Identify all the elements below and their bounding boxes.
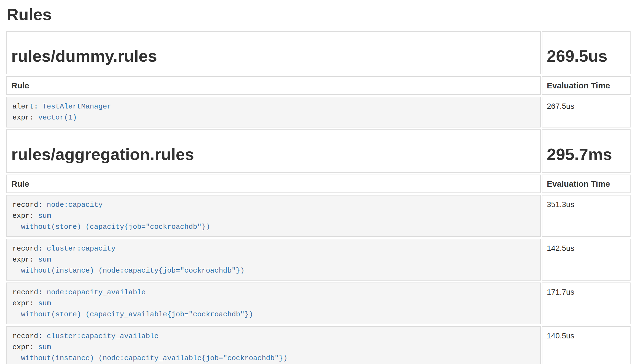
code-text: alert: [12, 102, 42, 111]
rule-evaluation-time: 142.5us [542, 239, 631, 281]
rule-code: record: cluster:capacity_available expr:… [12, 331, 535, 364]
code-text: record: [12, 245, 47, 253]
rule-definition-cell: record: node:capacity expr: sum without(… [6, 195, 541, 237]
rule-code: alert: TestAlertManager expr: vector(1) [12, 101, 535, 123]
rule-link[interactable]: without(instance) (node:capacity{job="co… [21, 267, 244, 275]
group-name-cell: rules/dummy.rules [6, 31, 541, 74]
code-text: record: [12, 201, 47, 209]
rule-row: record: node:capacity expr: sum without(… [6, 195, 631, 237]
rule-definition-cell: record: node:capacity_available expr: su… [6, 282, 541, 324]
column-header-row: Rule Evaluation Time [6, 76, 631, 95]
group-header-row: rules/dummy.rules 269.5us [6, 31, 631, 74]
rule-link[interactable]: without(store) (capacity{job="cockroachd… [21, 223, 210, 231]
rule-code: record: cluster:capacity expr: sum witho… [12, 243, 535, 276]
group-eval-cell: 295.7ms [542, 129, 631, 173]
rule-evaluation-time: 171.7us [542, 282, 631, 324]
page-title: Rules [7, 6, 638, 24]
rule-definition-cell: record: cluster:capacity expr: sum witho… [6, 239, 541, 281]
code-text: expr: [12, 343, 38, 351]
rule-row: record: cluster:capacity expr: sum witho… [6, 239, 631, 281]
group-evaluation-time: 269.5us [547, 47, 626, 65]
rule-link[interactable]: sum [38, 256, 51, 264]
code-text: expr: [12, 212, 38, 220]
code-text: record: [12, 332, 47, 340]
rule-link[interactable]: cluster:capacity [47, 245, 116, 253]
rule-link[interactable]: sum [38, 343, 51, 351]
group-header-row: rules/aggregation.rules 295.7ms [6, 129, 631, 173]
code-text [12, 267, 21, 275]
rule-link[interactable]: sum [38, 212, 51, 220]
rule-link[interactable]: vector(1) [38, 113, 77, 122]
rule-link[interactable]: node:capacity [47, 201, 103, 209]
rule-column-header: Rule [6, 175, 541, 193]
group-eval-cell: 269.5us [542, 31, 631, 74]
rule-evaluation-time: 351.3us [542, 195, 631, 237]
code-text [12, 310, 21, 319]
rule-code: record: node:capacity expr: sum without(… [12, 199, 535, 232]
code-text [12, 354, 21, 362]
code-text [12, 223, 21, 231]
rule-row: record: node:capacity_available expr: su… [6, 282, 631, 324]
rule-link[interactable]: without(instance) (node:capacity_availab… [21, 354, 287, 362]
rule-link[interactable]: cluster:capacity_available [47, 332, 159, 340]
rule-evaluation-time: 267.5us [542, 97, 631, 127]
code-text: expr: [12, 113, 38, 122]
rule-evaluation-time: 140.5us [542, 326, 631, 364]
group-name: rules/aggregation.rules [11, 145, 536, 164]
code-text: expr: [12, 256, 38, 264]
rule-definition-cell: record: cluster:capacity_available expr:… [6, 326, 541, 364]
rule-link[interactable]: without(store) (capacity_available{job="… [21, 310, 253, 319]
rule-row: record: cluster:capacity_available expr:… [6, 326, 631, 364]
code-text: record: [12, 288, 47, 297]
eval-time-column-header: Evaluation Time [542, 76, 631, 95]
rule-link[interactable]: sum [38, 299, 51, 308]
rule-definition-cell: alert: TestAlertManager expr: vector(1) [6, 97, 541, 127]
rule-code: record: node:capacity_available expr: su… [12, 287, 535, 320]
rules-table: rules/dummy.rules 269.5us Rule Evaluatio… [5, 29, 632, 364]
code-text: expr: [12, 299, 38, 308]
rules-page: Rules rules/dummy.rules 269.5us Rule Eva… [0, 6, 638, 364]
group-evaluation-time: 295.7ms [547, 145, 626, 164]
group-name-cell: rules/aggregation.rules [6, 129, 541, 173]
rule-link[interactable]: TestAlertManager [42, 102, 111, 111]
rule-row: alert: TestAlertManager expr: vector(1) … [6, 97, 631, 127]
group-name: rules/dummy.rules [11, 47, 536, 65]
column-header-row: Rule Evaluation Time [6, 175, 631, 193]
eval-time-column-header: Evaluation Time [542, 175, 631, 193]
rule-column-header: Rule [6, 76, 541, 95]
rule-link[interactable]: node:capacity_available [47, 288, 146, 297]
